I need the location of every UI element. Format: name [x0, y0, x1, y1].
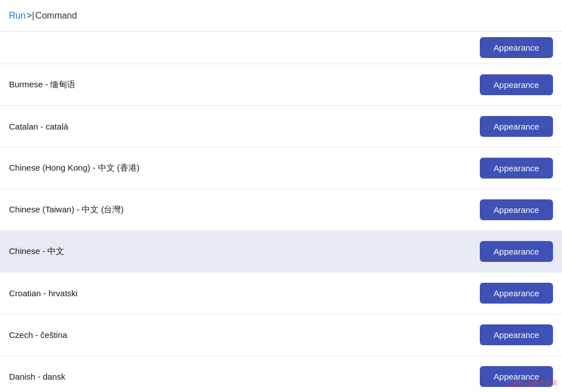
appearance-button-czech[interactable]: Appearance	[480, 324, 553, 345]
language-row-chinese-tw: Chinese (Taiwan) - 中文 (台灣)Appearance	[0, 189, 562, 231]
appearance-button-catalan[interactable]: Appearance	[480, 116, 553, 137]
language-name-croatian: Croatian - hrvatski	[9, 288, 78, 298]
language-row-chinese: Chinese - 中文Appearance	[0, 231, 562, 273]
language-name-danish: Danish - dansk	[9, 372, 65, 381]
run-label: Run	[9, 11, 25, 21]
language-row-danish: Danish - danskAppearance	[0, 356, 562, 392]
top-partial-row: Appearance	[0, 32, 562, 64]
language-name-chinese-tw: Chinese (Taiwan) - 中文 (台灣)	[9, 204, 123, 215]
command-input[interactable]	[35, 11, 148, 21]
language-name-catalan: Catalan - català	[9, 122, 68, 131]
appearance-button-chinese[interactable]: Appearance	[480, 241, 553, 262]
language-row-catalan: Catalan - catalàAppearance	[0, 106, 562, 148]
language-name-czech: Czech - čeština	[9, 330, 67, 340]
list-container: Appearance Burmese - 缅甸语AppearanceCatala…	[0, 32, 562, 392]
appearance-button-chinese-hk[interactable]: Appearance	[480, 158, 553, 179]
top-bar: Run >|	[0, 0, 562, 32]
language-row-burmese: Burmese - 缅甸语Appearance	[0, 64, 562, 106]
appearance-button-croatian[interactable]: Appearance	[480, 283, 553, 304]
content-area: Appearance Burmese - 缅甸语AppearanceCatala…	[0, 32, 562, 392]
arrow-separator: >|	[26, 11, 34, 21]
appearance-button-top[interactable]: Appearance	[480, 37, 553, 58]
watermark: CSDN @猴子无限	[507, 379, 557, 387]
language-name-burmese: Burmese - 缅甸语	[9, 79, 75, 90]
language-name-chinese: Chinese - 中文	[9, 246, 64, 257]
language-row-czech: Czech - češtinaAppearance	[0, 314, 562, 356]
language-row-chinese-hk: Chinese (Hong Kong) - 中文 (香港)Appearance	[0, 148, 562, 189]
appearance-button-burmese[interactable]: Appearance	[480, 74, 553, 95]
language-name-chinese-hk: Chinese (Hong Kong) - 中文 (香港)	[9, 163, 140, 173]
language-row-croatian: Croatian - hrvatskiAppearance	[0, 273, 562, 314]
appearance-button-chinese-tw[interactable]: Appearance	[480, 199, 553, 220]
